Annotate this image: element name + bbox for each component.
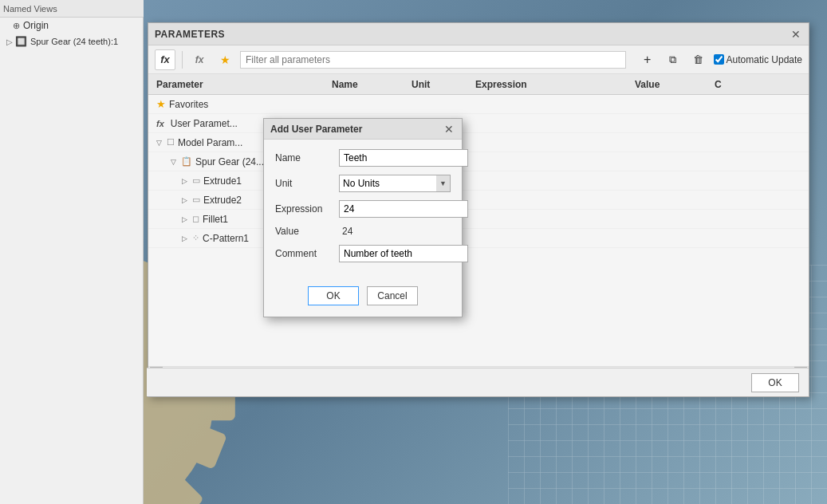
name-input[interactable] <box>339 149 468 167</box>
expand-chevron-extrude2: ▷ <box>182 196 187 204</box>
modal-cancel-button[interactable]: Cancel <box>367 286 418 305</box>
th-name: Name <box>327 79 407 90</box>
model-params-label: Model Param... <box>178 137 242 148</box>
param-cell-favorites: ★ Favorites <box>152 98 327 110</box>
auto-update-checkbox[interactable] <box>714 54 724 65</box>
tree-item-origin-label: Origin <box>23 20 49 31</box>
value-label: Value <box>275 226 339 237</box>
expression-field-row: Expression <box>275 200 451 218</box>
collapse-chevron-model: ▽ <box>156 139 162 147</box>
th-unit: Unit <box>407 79 471 90</box>
fillet1-label: Fillet1 <box>203 214 228 225</box>
named-views-label: Named Views <box>3 4 57 14</box>
named-views-bar: Named Views <box>0 0 144 18</box>
left-panel: ⊕ Origin ▷ 🔲 Spur Gear (24 teeth):1 <box>0 18 144 504</box>
cpattern1-label: C-Pattern1 <box>203 233 249 244</box>
name-field-row: Name <box>275 149 451 167</box>
table-row[interactable]: ▷ ⁘ C-Pattern1 <box>148 229 809 248</box>
delete-param-button[interactable]: 🗑 <box>688 49 709 70</box>
cpattern1-icon: ⁘ <box>192 233 199 243</box>
fx-icon: fx <box>156 119 164 128</box>
auto-update-label: Automatic Update <box>727 54 802 65</box>
th-value: Value <box>630 79 710 90</box>
auto-update-checkbox-wrap[interactable]: Automatic Update <box>714 54 802 65</box>
fillet1-icon: ◻ <box>192 214 199 224</box>
table-row[interactable]: ▽ ☐ Model Param... <box>148 133 809 152</box>
modal-title: Add User Parameter <box>270 124 362 135</box>
extrude2-icon: ▭ <box>192 195 200 205</box>
comment-field-row: Comment <box>275 245 451 262</box>
modal-titlebar: Add User Parameter ✕ <box>264 119 462 140</box>
th-parameter: Parameter <box>152 79 327 90</box>
add-user-parameter-modal: Add User Parameter ✕ Name Unit No Units … <box>263 118 463 317</box>
params-toolbar: fx fx ★ + ⧉ 🗑 Automatic Update <box>148 45 809 74</box>
unit-field-row: Unit No Units mm cm m in ft deg rad ▼ <box>275 175 451 192</box>
auto-update-wrapper: Automatic Update <box>714 54 802 65</box>
extrude1-label: Extrude1 <box>203 175 242 187</box>
favorites-star-icon: ★ <box>156 98 166 110</box>
star-button[interactable]: ★ <box>215 49 235 70</box>
value-field-row: Value 24 <box>275 226 451 237</box>
modal-footer: OK Cancel <box>264 280 462 317</box>
tree-item-origin[interactable]: ⊕ Origin <box>0 18 143 33</box>
name-label: Name <box>275 152 339 163</box>
table-row[interactable]: fx User Paramet... <box>148 114 809 133</box>
comment-input[interactable] <box>339 245 468 262</box>
filter-input[interactable] <box>240 51 626 69</box>
dialog-title: PARAMETERS <box>155 29 225 40</box>
unit-select[interactable]: No Units mm cm m in ft deg rad <box>339 175 451 192</box>
unit-select-wrapper: No Units mm cm m in ft deg rad ▼ <box>339 175 451 192</box>
collapse-chevron-spur: ▽ <box>171 158 176 166</box>
table-row[interactable]: ▷ ▭ Extrude1 <box>148 171 809 191</box>
params-footer: OK <box>147 368 809 396</box>
spur-gear-icon: 📋 <box>181 156 192 167</box>
tree-item-spur-gear[interactable]: ▷ 🔲 Spur Gear (24 teeth):1 <box>0 33 143 49</box>
comment-label: Comment <box>275 248 339 259</box>
expand-chevron-extrude1: ▷ <box>182 177 187 185</box>
dialog-titlebar: PARAMETERS ✕ <box>148 23 809 45</box>
origin-icon: ⊕ <box>13 21 20 31</box>
spur-gear-label: Spur Gear (24... <box>195 156 264 167</box>
table-row[interactable]: ▷ ◻ Fillet1 <box>148 210 809 229</box>
toolbar-right: + ⧉ 🗑 Automatic Update <box>637 49 802 70</box>
model-icon: ☐ <box>167 137 175 148</box>
table-row[interactable]: ▽ 📋 Spur Gear (24... <box>148 152 809 171</box>
expand-chevron: ▷ <box>6 37 13 46</box>
table-row[interactable]: ★ Favorites <box>148 95 809 114</box>
unit-label: Unit <box>275 178 339 189</box>
dialog-close-button[interactable]: ✕ <box>790 28 802 41</box>
user-params-fx-button[interactable]: fx <box>155 49 175 70</box>
extrude1-icon: ▭ <box>192 175 200 186</box>
expand-chevron-cpattern1: ▷ <box>182 234 187 242</box>
value-display: 24 <box>339 226 451 237</box>
modal-ok-button[interactable]: OK <box>308 286 359 305</box>
th-comment: C <box>710 79 805 90</box>
expand-chevron-fillet1: ▷ <box>182 215 187 223</box>
favorites-label: Favorites <box>169 99 208 110</box>
params-ok-button[interactable]: OK <box>751 373 799 392</box>
favorites-fx-button[interactable]: fx <box>189 49 210 70</box>
modal-close-button[interactable]: ✕ <box>443 123 455 136</box>
copy-param-button[interactable]: ⧉ <box>663 49 683 70</box>
th-expression: Expression <box>471 79 630 90</box>
parameters-dialog: PARAMETERS ✕ fx fx ★ + ⧉ 🗑 <box>148 22 809 397</box>
user-params-label: User Paramet... <box>171 118 238 129</box>
extrude2-label: Extrude2 <box>203 195 242 206</box>
expression-input[interactable] <box>339 200 468 218</box>
table-header: Parameter Name Unit Expression Value C <box>148 74 809 95</box>
modal-body: Name Unit No Units mm cm m in ft deg rad… <box>264 140 462 280</box>
add-param-button[interactable]: + <box>637 49 658 70</box>
table-row[interactable]: ▷ ▭ Extrude2 <box>148 191 809 210</box>
table-body: ★ Favorites fx User Paramet... ▽ ☐ Model… <box>148 95 809 366</box>
gear-component-icon: 🔲 <box>15 36 27 47</box>
tree-item-spur-gear-label: Spur Gear (24 teeth):1 <box>30 37 118 46</box>
expression-label: Expression <box>275 203 339 215</box>
toolbar-separator-1 <box>182 51 183 69</box>
